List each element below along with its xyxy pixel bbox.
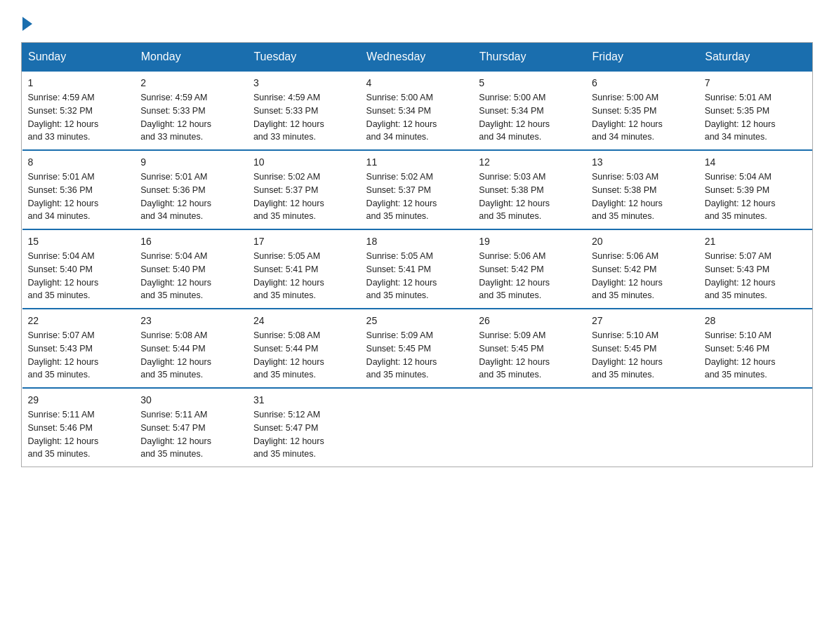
day-number: 22 — [28, 315, 130, 326]
day-number: 17 — [253, 236, 355, 247]
calendar-cell: 20 Sunrise: 5:06 AMSunset: 5:42 PMDaylig… — [586, 229, 699, 309]
day-info: Sunrise: 5:04 AMSunset: 5:40 PMDaylight:… — [140, 251, 211, 300]
calendar-cell: 4 Sunrise: 5:00 AMSunset: 5:34 PMDayligh… — [361, 71, 474, 150]
day-number: 18 — [366, 236, 468, 247]
day-number: 6 — [592, 77, 694, 88]
logo-arrow-icon — [22, 17, 32, 31]
day-info: Sunrise: 5:03 AMSunset: 5:38 PMDaylight:… — [479, 172, 550, 221]
calendar-cell: 16 Sunrise: 5:04 AMSunset: 5:40 PMDaylig… — [135, 229, 248, 309]
calendar-cell: 1 Sunrise: 4:59 AMSunset: 5:32 PMDayligh… — [22, 71, 135, 150]
day-info: Sunrise: 5:07 AMSunset: 5:43 PMDaylight:… — [28, 330, 99, 380]
day-info: Sunrise: 5:06 AMSunset: 5:42 PMDaylight:… — [479, 251, 550, 300]
day-number: 15 — [28, 236, 130, 247]
day-info: Sunrise: 5:00 AMSunset: 5:34 PMDaylight:… — [479, 93, 550, 142]
day-info: Sunrise: 5:09 AMSunset: 5:45 PMDaylight:… — [479, 330, 550, 380]
calendar-table: SundayMondayTuesdayWednesdayThursdayFrid… — [22, 43, 812, 467]
day-number: 19 — [479, 236, 581, 247]
calendar-cell: 24 Sunrise: 5:08 AMSunset: 5:44 PMDaylig… — [248, 309, 361, 388]
day-number: 30 — [140, 394, 242, 405]
day-info: Sunrise: 5:00 AMSunset: 5:34 PMDaylight:… — [366, 93, 437, 142]
day-info: Sunrise: 5:00 AMSunset: 5:35 PMDaylight:… — [592, 93, 663, 142]
day-number: 25 — [366, 315, 468, 326]
calendar-cell: 10 Sunrise: 5:02 AMSunset: 5:37 PMDaylig… — [248, 150, 361, 229]
day-number: 31 — [253, 394, 355, 405]
day-info: Sunrise: 5:10 AMSunset: 5:46 PMDaylight:… — [705, 330, 776, 380]
calendar-cell — [586, 388, 699, 467]
week-row-5: 29 Sunrise: 5:11 AMSunset: 5:46 PMDaylig… — [22, 388, 812, 467]
day-number: 5 — [479, 77, 581, 88]
weekday-header-sunday: Sunday — [22, 43, 135, 72]
day-number: 10 — [253, 156, 355, 168]
day-info: Sunrise: 5:08 AMSunset: 5:44 PMDaylight:… — [253, 330, 324, 380]
weekday-header-row: SundayMondayTuesdayWednesdayThursdayFrid… — [22, 43, 812, 72]
day-info: Sunrise: 5:11 AMSunset: 5:47 PMDaylight:… — [140, 410, 211, 459]
day-info: Sunrise: 5:08 AMSunset: 5:44 PMDaylight:… — [140, 330, 211, 380]
day-number: 9 — [140, 156, 242, 168]
calendar-cell: 18 Sunrise: 5:05 AMSunset: 5:41 PMDaylig… — [361, 229, 474, 309]
weekday-header-thursday: Thursday — [473, 43, 586, 72]
day-info: Sunrise: 4:59 AMSunset: 5:33 PMDaylight:… — [140, 93, 211, 142]
calendar-cell: 27 Sunrise: 5:10 AMSunset: 5:45 PMDaylig… — [586, 309, 699, 388]
calendar-cell: 2 Sunrise: 4:59 AMSunset: 5:33 PMDayligh… — [135, 71, 248, 150]
day-number: 21 — [705, 236, 807, 247]
week-row-2: 8 Sunrise: 5:01 AMSunset: 5:36 PMDayligh… — [22, 150, 812, 229]
day-number: 28 — [705, 315, 807, 326]
day-info: Sunrise: 5:04 AMSunset: 5:40 PMDaylight:… — [28, 251, 99, 300]
day-info: Sunrise: 5:12 AMSunset: 5:47 PMDaylight:… — [253, 410, 324, 459]
calendar-cell: 21 Sunrise: 5:07 AMSunset: 5:43 PMDaylig… — [699, 229, 812, 309]
day-number: 3 — [253, 77, 355, 88]
day-info: Sunrise: 5:01 AMSunset: 5:35 PMDaylight:… — [705, 93, 776, 142]
day-info: Sunrise: 5:02 AMSunset: 5:37 PMDaylight:… — [366, 172, 437, 221]
day-number: 8 — [28, 156, 130, 168]
calendar-cell: 17 Sunrise: 5:05 AMSunset: 5:41 PMDaylig… — [248, 229, 361, 309]
day-number: 11 — [366, 156, 468, 168]
day-number: 2 — [140, 77, 242, 88]
calendar-cell: 15 Sunrise: 5:04 AMSunset: 5:40 PMDaylig… — [22, 229, 135, 309]
day-number: 1 — [28, 77, 130, 88]
calendar-cell — [361, 388, 474, 467]
calendar-cell: 8 Sunrise: 5:01 AMSunset: 5:36 PMDayligh… — [22, 150, 135, 229]
calendar-cell — [699, 388, 812, 467]
calendar-cell: 11 Sunrise: 5:02 AMSunset: 5:37 PMDaylig… — [361, 150, 474, 229]
day-info: Sunrise: 5:02 AMSunset: 5:37 PMDaylight:… — [253, 172, 324, 221]
calendar-cell: 28 Sunrise: 5:10 AMSunset: 5:46 PMDaylig… — [699, 309, 812, 388]
calendar-cell: 3 Sunrise: 4:59 AMSunset: 5:33 PMDayligh… — [248, 71, 361, 150]
calendar-cell — [473, 388, 586, 467]
day-info: Sunrise: 4:59 AMSunset: 5:32 PMDaylight:… — [28, 93, 99, 142]
weekday-header-monday: Monday — [135, 43, 248, 72]
day-info: Sunrise: 5:03 AMSunset: 5:38 PMDaylight:… — [592, 172, 663, 221]
day-info: Sunrise: 4:59 AMSunset: 5:33 PMDaylight:… — [253, 93, 324, 142]
calendar-cell: 29 Sunrise: 5:11 AMSunset: 5:46 PMDaylig… — [22, 388, 135, 467]
day-info: Sunrise: 5:01 AMSunset: 5:36 PMDaylight:… — [140, 172, 211, 221]
day-number: 12 — [479, 156, 581, 168]
day-number: 26 — [479, 315, 581, 326]
day-info: Sunrise: 5:01 AMSunset: 5:36 PMDaylight:… — [28, 172, 99, 221]
calendar-cell: 9 Sunrise: 5:01 AMSunset: 5:36 PMDayligh… — [135, 150, 248, 229]
calendar-cell: 7 Sunrise: 5:01 AMSunset: 5:35 PMDayligh… — [699, 71, 812, 150]
day-info: Sunrise: 5:10 AMSunset: 5:45 PMDaylight:… — [592, 330, 663, 380]
calendar-cell: 23 Sunrise: 5:08 AMSunset: 5:44 PMDaylig… — [135, 309, 248, 388]
day-info: Sunrise: 5:06 AMSunset: 5:42 PMDaylight:… — [592, 251, 663, 300]
day-number: 29 — [28, 394, 130, 405]
day-number: 27 — [592, 315, 694, 326]
calendar-cell: 12 Sunrise: 5:03 AMSunset: 5:38 PMDaylig… — [473, 150, 586, 229]
calendar-cell: 6 Sunrise: 5:00 AMSunset: 5:35 PMDayligh… — [586, 71, 699, 150]
day-number: 13 — [592, 156, 694, 168]
day-info: Sunrise: 5:05 AMSunset: 5:41 PMDaylight:… — [253, 251, 324, 300]
week-row-4: 22 Sunrise: 5:07 AMSunset: 5:43 PMDaylig… — [22, 309, 812, 388]
day-info: Sunrise: 5:09 AMSunset: 5:45 PMDaylight:… — [366, 330, 437, 380]
calendar-cell: 19 Sunrise: 5:06 AMSunset: 5:42 PMDaylig… — [473, 229, 586, 309]
day-number: 14 — [705, 156, 807, 168]
calendar-cell: 31 Sunrise: 5:12 AMSunset: 5:47 PMDaylig… — [248, 388, 361, 467]
calendar-cell: 13 Sunrise: 5:03 AMSunset: 5:38 PMDaylig… — [586, 150, 699, 229]
weekday-header-tuesday: Tuesday — [248, 43, 361, 72]
day-info: Sunrise: 5:07 AMSunset: 5:43 PMDaylight:… — [705, 251, 776, 300]
day-info: Sunrise: 5:04 AMSunset: 5:39 PMDaylight:… — [705, 172, 776, 221]
day-number: 24 — [253, 315, 355, 326]
calendar-cell: 5 Sunrise: 5:00 AMSunset: 5:34 PMDayligh… — [473, 71, 586, 150]
page-header — [21, 14, 813, 31]
day-number: 23 — [140, 315, 242, 326]
calendar-cell: 30 Sunrise: 5:11 AMSunset: 5:47 PMDaylig… — [135, 388, 248, 467]
week-row-3: 15 Sunrise: 5:04 AMSunset: 5:40 PMDaylig… — [22, 229, 812, 309]
calendar-cell: 26 Sunrise: 5:09 AMSunset: 5:45 PMDaylig… — [473, 309, 586, 388]
